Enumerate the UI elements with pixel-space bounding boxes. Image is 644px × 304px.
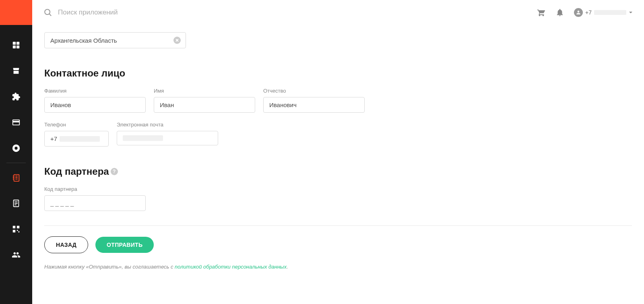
sidebar-item-qr[interactable] — [0, 216, 32, 242]
contact-name-row: Фамилия Имя Отчество — [44, 88, 632, 113]
patronymic-input[interactable] — [263, 97, 365, 113]
back-button[interactable]: НАЗАД — [44, 236, 88, 253]
partner-code-label: Код партнера — [44, 186, 146, 192]
svg-rect-4 — [13, 45, 16, 48]
submit-button[interactable]: ОТПРАВИТЬ — [95, 237, 154, 253]
svg-rect-21 — [13, 230, 15, 232]
lastname-input[interactable] — [44, 97, 146, 113]
user-phone-prefix: +7 — [585, 9, 592, 16]
button-row: НАЗАД ОТПРАВИТЬ — [44, 236, 632, 253]
phone-group: Телефон +7 — [44, 122, 109, 147]
region-chip: Архангельская Область — [44, 32, 186, 48]
svg-rect-5 — [17, 45, 19, 48]
phone-label: Телефон — [44, 122, 109, 128]
search-icon — [43, 8, 52, 17]
contact-reach-row: Телефон +7 Электронная почта — [44, 122, 632, 147]
search-input[interactable] — [58, 8, 537, 17]
puzzle-icon — [12, 92, 21, 101]
topbar-right: +7 — [537, 8, 633, 17]
close-icon — [175, 38, 179, 42]
qr-icon — [12, 225, 21, 234]
people-icon — [12, 250, 21, 259]
sidebar-item-receipts[interactable] — [0, 190, 32, 216]
svg-point-0 — [45, 9, 50, 14]
legal-text: Нажимая кнопку «Отправить», вы соглашает… — [44, 264, 632, 270]
lastname-group: Фамилия — [44, 88, 146, 113]
svg-line-1 — [49, 14, 51, 16]
sidebar-item-extensions[interactable] — [0, 84, 32, 110]
grid-icon — [12, 41, 21, 50]
bell-icon[interactable] — [555, 8, 564, 17]
sidebar-item-store[interactable] — [0, 58, 32, 84]
sidebar-item-terminal[interactable] — [0, 165, 32, 190]
card-icon — [12, 118, 21, 127]
firstname-label: Имя — [154, 88, 255, 94]
sidebar-item-payments[interactable] — [0, 110, 32, 135]
contact-section-title: Контактное лицо — [44, 68, 632, 79]
privacy-policy-link[interactable]: политикой обработки персональных данных — [175, 264, 287, 270]
user-phone-masked — [594, 10, 626, 15]
svg-rect-3 — [17, 42, 19, 45]
legal-suffix: . — [287, 264, 288, 270]
sidebar-item-dashboard[interactable] — [0, 32, 32, 58]
svg-rect-19 — [13, 226, 15, 228]
region-chip-label: Архангельская Область — [50, 37, 117, 44]
legal-prefix: Нажимая кнопку «Отправить», вы соглашает… — [44, 264, 175, 270]
email-label: Электронная почта — [117, 122, 218, 128]
firstname-group: Имя — [154, 88, 255, 113]
svg-rect-2 — [13, 42, 16, 45]
sidebar-item-blog[interactable] — [0, 135, 32, 161]
terminal-icon — [12, 173, 21, 182]
firstname-input[interactable] — [154, 97, 255, 113]
phone-input[interactable]: +7 — [44, 131, 109, 147]
sidebar-divider — [6, 163, 26, 163]
partner-code-row: Код партнера — [44, 186, 632, 211]
cart-icon[interactable] — [537, 8, 546, 17]
chevron-down-icon — [629, 10, 633, 14]
partner-section-title-text: Код партнера — [44, 166, 109, 177]
phone-masked — [60, 136, 100, 142]
svg-point-7 — [14, 147, 17, 149]
lastname-label: Фамилия — [44, 88, 146, 94]
store-icon — [12, 66, 21, 75]
patronymic-label: Отчество — [263, 88, 365, 94]
sidebar — [0, 25, 32, 304]
user-menu[interactable]: +7 — [574, 8, 633, 17]
search-wrap — [43, 8, 537, 17]
sidebar-item-users[interactable] — [0, 242, 32, 268]
help-icon[interactable]: ? — [111, 168, 118, 175]
email-masked — [123, 135, 163, 141]
partner-code-group: Код партнера — [44, 186, 146, 211]
email-input[interactable] — [117, 131, 218, 145]
patronymic-group: Отчество — [263, 88, 365, 113]
partner-code-input[interactable] — [44, 195, 146, 211]
avatar-icon — [574, 8, 583, 17]
svg-rect-22 — [17, 230, 18, 231]
svg-rect-20 — [17, 226, 19, 228]
brand-logo[interactable] — [0, 0, 32, 25]
region-chip-remove[interactable] — [173, 37, 181, 44]
partner-section-title: Код партнера ? — [44, 166, 632, 177]
circle-waves-icon — [12, 144, 21, 153]
phone-prefix: +7 — [50, 135, 57, 142]
svg-rect-23 — [19, 232, 20, 233]
divider — [44, 225, 632, 226]
topbar: +7 — [32, 0, 644, 25]
email-group: Электронная почта — [117, 122, 218, 147]
receipt-icon — [12, 199, 21, 208]
page-content: Архангельская Область Контактное лицо Фа… — [32, 25, 644, 304]
